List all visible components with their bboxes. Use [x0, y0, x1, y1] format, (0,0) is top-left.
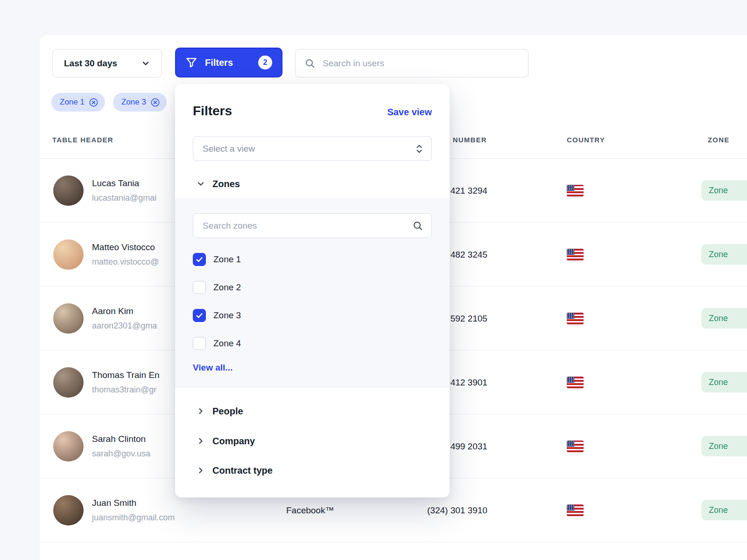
user-name: Aaron Kim — [92, 306, 157, 316]
filters-count-badge: 2 — [258, 56, 272, 70]
us-flag-icon — [567, 249, 584, 260]
section-label-contract-type: Contract type — [212, 465, 273, 476]
section-toggle-contract-type[interactable]: Contract type — [175, 462, 450, 479]
user-name: Matteo Vistocco — [92, 242, 159, 252]
zone-option-label: Zone 4 — [213, 338, 241, 349]
filters-button[interactable]: Filters 2 — [175, 48, 282, 77]
view-all-link[interactable]: View all... — [193, 363, 233, 373]
user-name: Thomas Train En — [92, 370, 160, 380]
zone-badge: Zone — [701, 500, 747, 520]
zone-badge: Zone — [701, 308, 747, 329]
us-flag-icon — [567, 185, 584, 196]
chip-label: Zone 3 — [121, 98, 146, 107]
view-select-placeholder: Select a view — [203, 144, 255, 154]
zone-option-2[interactable]: Zone 2 — [193, 281, 241, 294]
user-email: aaron2301@gma — [92, 321, 157, 331]
filters-button-label: Filters — [205, 57, 233, 68]
chevron-right-icon — [196, 466, 205, 475]
checkbox-icon[interactable] — [193, 309, 206, 322]
chip-label: Zone 1 — [60, 98, 85, 107]
column-header-user: TABLE HEADER — [52, 136, 113, 144]
section-toggle-people[interactable]: People — [175, 403, 450, 420]
zone-badge: Zone — [701, 180, 747, 201]
zone-option-4[interactable]: Zone 4 — [193, 337, 241, 350]
search-icon — [305, 58, 315, 69]
search-zones-input[interactable] — [203, 221, 407, 231]
us-flag-icon — [567, 313, 584, 324]
remove-filter-icon[interactable] — [150, 98, 160, 107]
date-range-label: Last 30 days — [64, 58, 117, 69]
user-email: sarah@gov.usa — [92, 449, 150, 459]
section-label-company: Company — [212, 436, 255, 447]
chevron-down-icon — [141, 59, 150, 68]
zone-badge: Zone — [701, 436, 747, 456]
avatar — [53, 367, 84, 398]
chevron-updown-icon — [416, 143, 423, 154]
filters-panel: Filters Save view Select a view Zones Zo… — [175, 84, 450, 497]
funnel-icon — [185, 56, 197, 69]
zone-badge: Zone — [701, 244, 747, 265]
column-header-zone: ZONE — [708, 136, 729, 144]
user-email: matteo.vistocco@ — [92, 257, 159, 267]
search-zones-field[interactable] — [193, 213, 432, 238]
zone-option-label: Zone 1 — [213, 254, 241, 265]
column-header-country: COUNTRY — [567, 136, 605, 144]
chevron-down-icon — [196, 180, 205, 188]
active-filter-chips: Zone 1 Zone 3 — [51, 93, 167, 112]
chevron-right-icon — [196, 407, 205, 415]
zones-filter-area: Zone 1 Zone 2 Zone 3 Zone 4 View all... — [175, 198, 450, 387]
avatar — [53, 239, 84, 270]
user-name: Lucas Tania — [92, 178, 156, 189]
avatar — [53, 495, 84, 525]
zone-option-label: Zone 3 — [213, 310, 241, 321]
search-users-input[interactable] — [323, 58, 519, 69]
avatar — [53, 303, 84, 334]
checkbox-icon[interactable] — [193, 337, 206, 350]
filter-chip-zone-3[interactable]: Zone 3 — [113, 93, 167, 112]
remove-filter-icon[interactable] — [89, 98, 99, 107]
section-toggle-company[interactable]: Company — [175, 433, 450, 449]
search-icon — [413, 221, 423, 231]
user-email: thomas3train@gr — [92, 385, 160, 395]
user-name: Juan Smith — [92, 498, 175, 508]
avatar — [53, 431, 84, 462]
section-toggle-zones[interactable]: Zones — [175, 175, 450, 192]
date-range-dropdown[interactable]: Last 30 days — [52, 49, 162, 77]
checkbox-icon[interactable] — [193, 253, 206, 266]
us-flag-icon — [567, 504, 584, 516]
filter-chip-zone-1[interactable]: Zone 1 — [51, 93, 105, 112]
zone-option-1[interactable]: Zone 1 — [193, 253, 241, 266]
user-name: Sarah Clinton — [92, 434, 150, 444]
us-flag-icon — [567, 377, 584, 388]
user-email: lucastania@gmai — [92, 193, 156, 203]
avatar — [53, 175, 84, 206]
chevron-right-icon — [196, 437, 205, 445]
zone-option-3[interactable]: Zone 3 — [193, 309, 241, 322]
search-users-field[interactable] — [295, 49, 529, 77]
section-label-zones: Zones — [212, 179, 240, 189]
user-email: juansmith@gmail.com — [92, 513, 175, 523]
save-view-link[interactable]: Save view — [387, 107, 432, 118]
checkbox-icon[interactable] — [193, 281, 206, 294]
zone-option-label: Zone 2 — [213, 282, 241, 293]
view-select-dropdown[interactable]: Select a view — [193, 136, 432, 161]
us-flag-icon — [567, 441, 584, 452]
section-label-people: People — [212, 406, 243, 417]
filters-panel-title: Filters — [193, 104, 232, 119]
zone-badge: Zone — [701, 372, 747, 392]
